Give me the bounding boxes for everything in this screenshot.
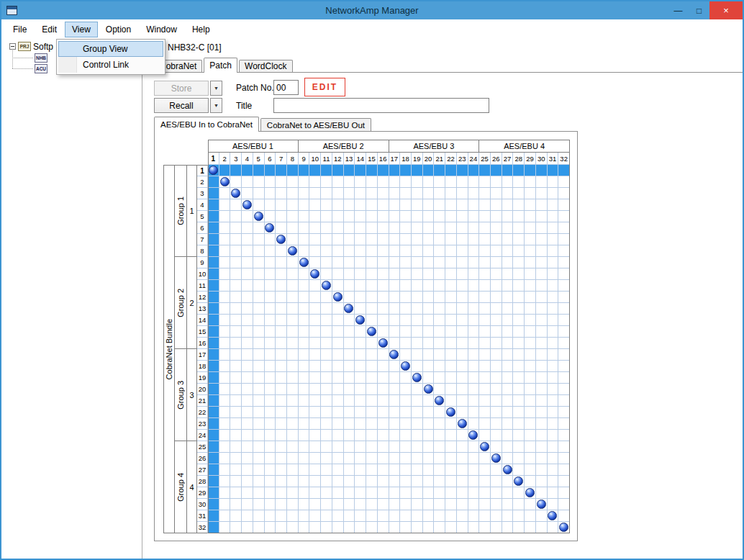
- matrix-cell[interactable]: [355, 211, 366, 222]
- matrix-cell[interactable]: [355, 245, 366, 257]
- matrix-cell[interactable]: [253, 234, 265, 245]
- patch-tab-aes-in-to-cobranet[interactable]: AES/EBU In to CobraNet: [154, 117, 259, 132]
- matrix-cell[interactable]: [491, 303, 502, 315]
- matrix-cell[interactable]: [366, 315, 378, 326]
- matrix-cell[interactable]: [457, 315, 468, 326]
- matrix-cell[interactable]: [525, 292, 536, 303]
- matrix-cell[interactable]: [536, 464, 548, 476]
- matrix-cell[interactable]: [230, 430, 242, 441]
- matrix-cell[interactable]: [434, 222, 445, 234]
- matrix-cell[interactable]: [208, 407, 219, 418]
- matrix-cell[interactable]: [423, 199, 435, 211]
- menu-item-option[interactable]: Option: [99, 22, 138, 37]
- matrix-cell[interactable]: [287, 188, 299, 199]
- matrix-cell[interactable]: [548, 199, 559, 211]
- matrix-cell[interactable]: [208, 395, 219, 407]
- matrix-cell[interactable]: [378, 453, 389, 464]
- matrix-cell[interactable]: [445, 165, 457, 176]
- matrix-cell[interactable]: [219, 441, 231, 453]
- matrix-cell[interactable]: [230, 522, 242, 533]
- matrix-cell[interactable]: [491, 487, 502, 499]
- matrix-cell[interactable]: [366, 326, 378, 338]
- matrix-cell[interactable]: [366, 188, 378, 199]
- matrix-cell[interactable]: [321, 441, 332, 453]
- matrix-cell[interactable]: [287, 257, 299, 268]
- matrix-cell[interactable]: [276, 165, 287, 176]
- matrix-cell[interactable]: [525, 407, 536, 418]
- matrix-cell[interactable]: [502, 430, 514, 441]
- matrix-cell[interactable]: [378, 441, 389, 453]
- matrix-cell[interactable]: [434, 453, 445, 464]
- matrix-cell[interactable]: [265, 430, 276, 441]
- matrix-cell[interactable]: [276, 303, 287, 315]
- matrix-cell[interactable]: [502, 292, 514, 303]
- matrix-cell[interactable]: [253, 199, 265, 211]
- tab-wordclock[interactable]: WordClock: [239, 60, 292, 72]
- matrix-cell[interactable]: [525, 199, 536, 211]
- matrix-cell[interactable]: [219, 234, 231, 245]
- matrix-cell[interactable]: [299, 395, 310, 407]
- matrix-cell[interactable]: [287, 315, 299, 326]
- matrix-cell[interactable]: [513, 349, 525, 361]
- matrix-cell[interactable]: [400, 499, 412, 510]
- matrix-cell[interactable]: [355, 303, 366, 315]
- matrix-cell[interactable]: [208, 280, 219, 292]
- matrix-cell[interactable]: [479, 476, 491, 487]
- matrix-cell[interactable]: [479, 234, 491, 245]
- matrix-cell[interactable]: [321, 384, 332, 395]
- matrix-cell[interactable]: [230, 338, 242, 349]
- matrix-cell[interactable]: [445, 176, 457, 188]
- matrix-cell[interactable]: [309, 372, 321, 384]
- matrix-cell[interactable]: [479, 292, 491, 303]
- matrix-cell[interactable]: [536, 268, 548, 280]
- matrix-cell[interactable]: [491, 464, 502, 476]
- matrix-cell[interactable]: [219, 222, 231, 234]
- matrix-cell[interactable]: [558, 303, 570, 315]
- matrix-cell[interactable]: [287, 165, 299, 176]
- matrix-cell[interactable]: [309, 395, 321, 407]
- matrix-cell[interactable]: [276, 245, 287, 257]
- matrix-cell[interactable]: [548, 395, 559, 407]
- matrix-cell[interactable]: [513, 464, 525, 476]
- matrix-cell[interactable]: [400, 315, 412, 326]
- matrix-cell[interactable]: [536, 441, 548, 453]
- matrix-cell[interactable]: [265, 361, 276, 372]
- matrix-cell[interactable]: [491, 395, 502, 407]
- matrix-cell[interactable]: [355, 176, 366, 188]
- matrix-cell[interactable]: [434, 338, 445, 349]
- matrix-cell[interactable]: [423, 211, 435, 222]
- matrix-cell[interactable]: [321, 338, 332, 349]
- matrix-cell[interactable]: [423, 418, 435, 430]
- matrix-cell[interactable]: [287, 418, 299, 430]
- matrix-cell[interactable]: [287, 222, 299, 234]
- matrix-cell[interactable]: [502, 280, 514, 292]
- matrix-cell[interactable]: [344, 499, 355, 510]
- matrix-cell[interactable]: [309, 510, 321, 522]
- matrix-cell[interactable]: [355, 476, 366, 487]
- matrix-cell[interactable]: [299, 268, 310, 280]
- matrix-cell[interactable]: [253, 384, 265, 395]
- matrix-cell[interactable]: [468, 487, 480, 499]
- matrix-cell[interactable]: [536, 257, 548, 268]
- matrix-cell[interactable]: [230, 407, 242, 418]
- matrix-cell[interactable]: [558, 384, 570, 395]
- matrix-cell[interactable]: [253, 487, 265, 499]
- matrix-cell[interactable]: [332, 510, 344, 522]
- matrix-cell[interactable]: [265, 303, 276, 315]
- matrix-cell[interactable]: [434, 280, 445, 292]
- matrix-cell[interactable]: [344, 176, 355, 188]
- matrix-cell[interactable]: [355, 338, 366, 349]
- matrix-cell[interactable]: [445, 395, 457, 407]
- matrix-cell[interactable]: [321, 361, 332, 372]
- matrix-cell[interactable]: [513, 222, 525, 234]
- matrix-cell[interactable]: [242, 407, 253, 418]
- matrix-cell[interactable]: [321, 234, 332, 245]
- matrix-cell[interactable]: [513, 245, 525, 257]
- matrix-cell[interactable]: [230, 453, 242, 464]
- matrix-cell[interactable]: [230, 268, 242, 280]
- matrix-cell[interactable]: [287, 464, 299, 476]
- matrix-cell[interactable]: [445, 338, 457, 349]
- tree-item-nhb-device[interactable]: NHB: [35, 53, 50, 63]
- matrix-cell[interactable]: [389, 372, 401, 384]
- matrix-cell[interactable]: [344, 522, 355, 533]
